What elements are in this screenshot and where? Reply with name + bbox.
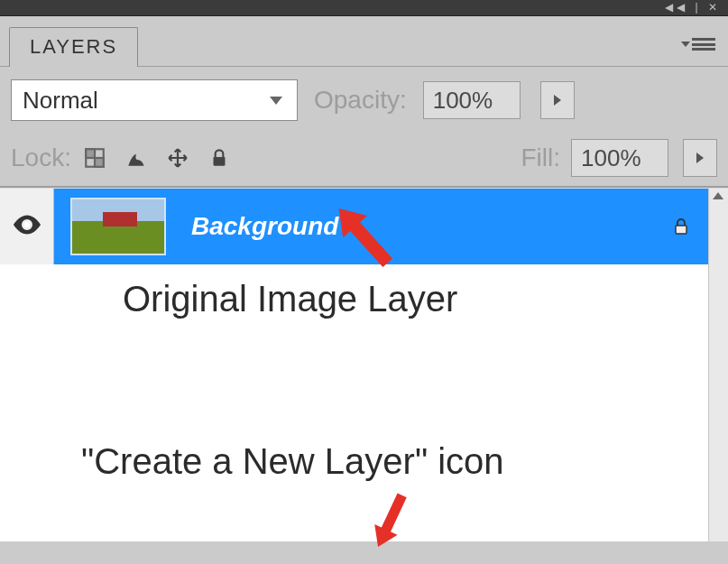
opacity-flyout-button[interactable]	[540, 81, 575, 119]
fill-flyout-button[interactable]	[683, 139, 717, 177]
svg-marker-7	[366, 490, 413, 552]
svg-rect-1	[86, 149, 95, 158]
tab-label: LAYERS	[30, 35, 117, 58]
layer-list: Background Original Image Layer "Create …	[0, 188, 728, 541]
chevron-down-icon	[266, 80, 286, 120]
opacity-label: Opacity:	[314, 86, 407, 115]
panel-menu-triangle-icon	[681, 42, 690, 47]
layer-controls: Normal Opacity: 100% Lock:	[0, 67, 728, 188]
opacity-value: 100%	[433, 87, 493, 115]
controls-row-1: Normal Opacity: 100%	[11, 79, 717, 121]
fill-value: 100%	[581, 144, 641, 172]
layer-thumbnail	[70, 198, 166, 255]
controls-row-2: Lock:	[11, 139, 717, 177]
panel-menu-line-icon	[692, 43, 715, 46]
tab-layers[interactable]: LAYERS	[9, 27, 138, 67]
layer-lock-icon	[670, 216, 692, 237]
lock-icons-group	[82, 145, 232, 171]
blend-mode-select[interactable]: Normal	[11, 79, 298, 121]
lock-label: Lock:	[11, 143, 71, 172]
lock-position-icon[interactable]	[165, 145, 190, 171]
annotation-text-2: "Create a New Layer" icon	[81, 441, 504, 482]
svg-rect-2	[95, 158, 104, 167]
window-titlebar: ◀◀ | ✕	[0, 0, 728, 16]
fill-value-box[interactable]: 100%	[571, 139, 668, 177]
panel-menu-line-icon	[692, 38, 715, 41]
panel-menu-button[interactable]	[687, 38, 715, 51]
scrollbar[interactable]	[708, 189, 728, 541]
svg-marker-6	[327, 198, 400, 273]
panel-tab-row: LAYERS	[0, 16, 728, 67]
fill-label: Fill:	[521, 143, 560, 172]
svg-point-4	[24, 222, 30, 227]
scroll-up-icon	[713, 192, 725, 205]
window-controls[interactable]: ◀◀ | ✕	[665, 1, 721, 14]
svg-rect-5	[676, 226, 687, 234]
lock-all-icon[interactable]	[207, 145, 232, 171]
annotation-arrow-icon	[348, 476, 434, 564]
svg-rect-3	[213, 157, 225, 166]
panel-menu-line-icon	[692, 48, 715, 51]
opacity-value-box[interactable]: 100%	[423, 81, 521, 119]
visibility-eye-icon	[11, 208, 43, 245]
lock-transparent-pixels-icon[interactable]	[82, 145, 107, 171]
lock-image-pixels-icon[interactable]	[124, 145, 149, 171]
annotation-text-1: Original Image Layer	[123, 279, 457, 319]
blend-mode-value: Normal	[23, 87, 98, 115]
visibility-column[interactable]	[0, 189, 54, 264]
